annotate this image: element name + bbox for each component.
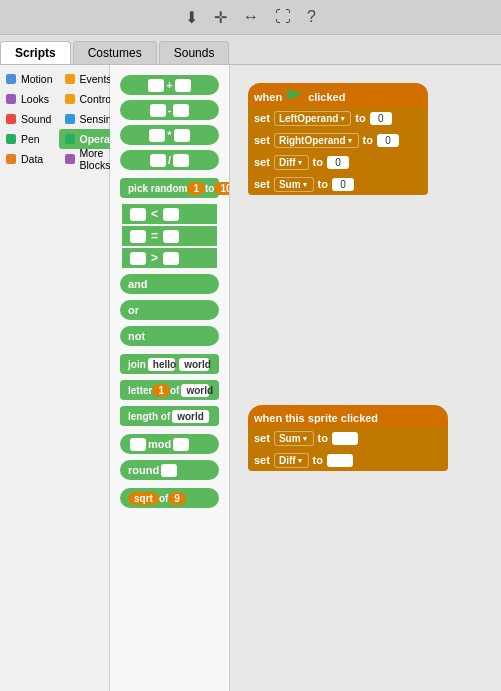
set-rightoperand-block[interactable]: set RightOperand ▼ to 0 bbox=[248, 129, 428, 151]
op-not-block[interactable]: not bbox=[120, 326, 219, 346]
tab-scripts[interactable]: Scripts bbox=[0, 41, 71, 64]
set-sum-block-1[interactable]: set Sum ▼ to 0 bbox=[248, 173, 428, 195]
op-and-block[interactable]: and bbox=[120, 274, 219, 294]
tab-costumes[interactable]: Costumes bbox=[73, 41, 157, 64]
cat-looks[interactable]: Looks bbox=[0, 89, 59, 109]
categories-panel: Motion Events Looks Control Sound Sensin… bbox=[0, 65, 110, 691]
canvas-group-2: when this sprite clicked set Sum ▼ to se… bbox=[248, 405, 448, 471]
op-round-block[interactable]: round bbox=[120, 460, 219, 480]
main-content: Motion Events Looks Control Sound Sensin… bbox=[0, 65, 501, 691]
set-leftoperand-block[interactable]: set LeftOperand ▼ to 0 bbox=[248, 107, 428, 129]
blocks-panel: + - * / pick random bbox=[110, 65, 230, 691]
op-gt-block[interactable]: > bbox=[122, 248, 217, 268]
op-or-block[interactable]: or bbox=[120, 300, 219, 320]
op-sqrt-block[interactable]: sqrt of 9 bbox=[120, 488, 219, 508]
set-diff-block-2[interactable]: set Diff ▼ to bbox=[248, 449, 448, 471]
cat-sound[interactable]: Sound bbox=[0, 109, 59, 129]
script-area: when clicked set LeftOperand ▼ to 0 set … bbox=[230, 65, 501, 691]
add-icon[interactable]: ✛ bbox=[214, 8, 227, 27]
canvas-group-1: when clicked set LeftOperand ▼ to 0 set … bbox=[248, 83, 428, 195]
cat-motion[interactable]: Motion bbox=[0, 69, 59, 89]
tab-sounds[interactable]: Sounds bbox=[159, 41, 230, 64]
op-div-block[interactable]: / bbox=[120, 150, 219, 170]
op-add-block[interactable]: + bbox=[120, 75, 219, 95]
op-mod-block[interactable]: mod bbox=[120, 434, 219, 454]
top-toolbar: ⬇ ✛ ↔ ⛶ ? bbox=[0, 0, 501, 35]
resize-icon[interactable]: ↔ bbox=[243, 8, 259, 26]
op-mul-block[interactable]: * bbox=[120, 125, 219, 145]
op-join-block[interactable]: join hello world bbox=[120, 354, 219, 374]
op-letter-block[interactable]: letter 1 of world bbox=[120, 380, 219, 400]
cat-data[interactable]: Data bbox=[0, 149, 59, 169]
help-icon[interactable]: ? bbox=[307, 8, 316, 26]
when-flag-clicked-block[interactable]: when clicked bbox=[248, 83, 428, 107]
op-lt-block[interactable]: < bbox=[122, 204, 217, 224]
set-diff-block-1[interactable]: set Diff ▼ to 0 bbox=[248, 151, 428, 173]
tabs-row: Scripts Costumes Sounds bbox=[0, 35, 501, 65]
when-sprite-clicked-block[interactable]: when this sprite clicked bbox=[248, 405, 448, 427]
fullscreen-icon[interactable]: ⛶ bbox=[275, 8, 291, 26]
op-sub-block[interactable]: - bbox=[120, 100, 219, 120]
download-icon[interactable]: ⬇ bbox=[185, 8, 198, 27]
op-eq-block[interactable]: = bbox=[122, 226, 217, 246]
set-sum-block-2[interactable]: set Sum ▼ to bbox=[248, 427, 448, 449]
cat-pen[interactable]: Pen bbox=[0, 129, 59, 149]
op-length-block[interactable]: length of world bbox=[120, 406, 219, 426]
pick-random-block[interactable]: pick random 1 to 10 bbox=[120, 178, 219, 198]
